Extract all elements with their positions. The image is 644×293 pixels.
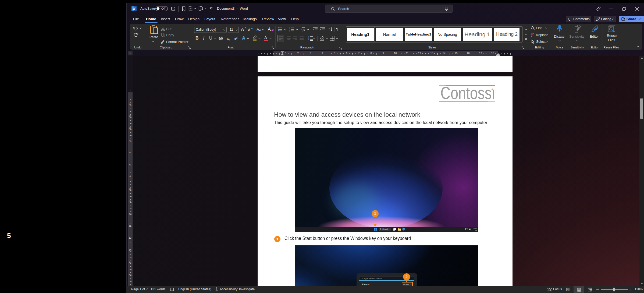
svg-text:c: c bbox=[533, 34, 534, 37]
svg-text:Z: Z bbox=[329, 30, 330, 31]
svg-text:W: W bbox=[133, 7, 136, 10]
svg-text:i: i bbox=[302, 30, 303, 32]
svg-text:b: b bbox=[531, 33, 533, 35]
svg-text:3: 3 bbox=[289, 30, 290, 32]
svg-text:A: A bbox=[329, 27, 330, 29]
